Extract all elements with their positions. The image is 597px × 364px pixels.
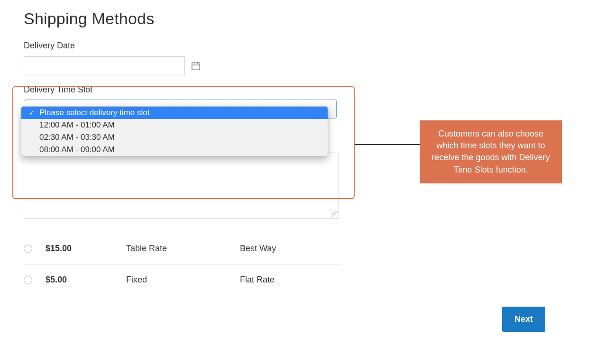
annotation-callout: Customers can also choose which time slo… xyxy=(420,120,562,183)
shipping-method-name: Table Rate xyxy=(126,244,240,254)
shipping-methods-list: $15.00 Table Rate Best Way $5.00 Fixed F… xyxy=(24,233,341,295)
calendar-icon[interactable] xyxy=(191,61,201,71)
shipping-carrier: Flat Rate xyxy=(240,275,275,285)
time-slot-label: Delivery Time Slot xyxy=(24,85,573,95)
time-slot-option-1[interactable]: ✓ 12:00 AM - 01:00 AM xyxy=(21,119,328,131)
shipping-price: $5.00 xyxy=(46,275,126,285)
annotation-connector-line xyxy=(355,144,420,145)
option-label: 12:00 AM - 01:00 AM xyxy=(39,120,115,130)
time-slot-option-2[interactable]: ✓ 02:30 AM - 03:30 AM xyxy=(21,131,328,144)
comment-textarea[interactable] xyxy=(24,153,339,219)
delivery-date-input[interactable] xyxy=(24,56,185,75)
radio-button[interactable] xyxy=(24,276,32,284)
option-label: 02:30 AM - 03:30 AM xyxy=(39,133,115,142)
svg-rect-0 xyxy=(192,63,200,70)
delivery-date-label: Delivery Date xyxy=(24,41,573,51)
option-label: 08:00 AM - 09:00 AM xyxy=(39,145,115,155)
time-slot-dropdown: ✓ Please select delivery time slot ✓ 12:… xyxy=(21,106,328,156)
time-slot-option-placeholder[interactable]: ✓ Please select delivery time slot xyxy=(21,107,328,119)
shipping-method-name: Fixed xyxy=(126,275,240,285)
shipping-carrier: Best Way xyxy=(240,244,276,254)
next-button[interactable]: Next xyxy=(502,307,545,332)
page-title: Shipping Methods xyxy=(24,9,573,28)
shipping-method-row[interactable]: $15.00 Table Rate Best Way xyxy=(24,233,341,264)
shipping-price: $15.00 xyxy=(46,244,126,254)
check-icon: ✓ xyxy=(28,109,36,117)
time-slot-option-3[interactable]: ✓ 08:00 AM - 09:00 AM xyxy=(21,144,328,156)
option-label: Please select delivery time slot xyxy=(39,108,149,118)
title-divider xyxy=(24,32,573,32)
shipping-method-row[interactable]: $5.00 Fixed Flat Rate xyxy=(24,264,341,295)
radio-button[interactable] xyxy=(24,245,32,253)
